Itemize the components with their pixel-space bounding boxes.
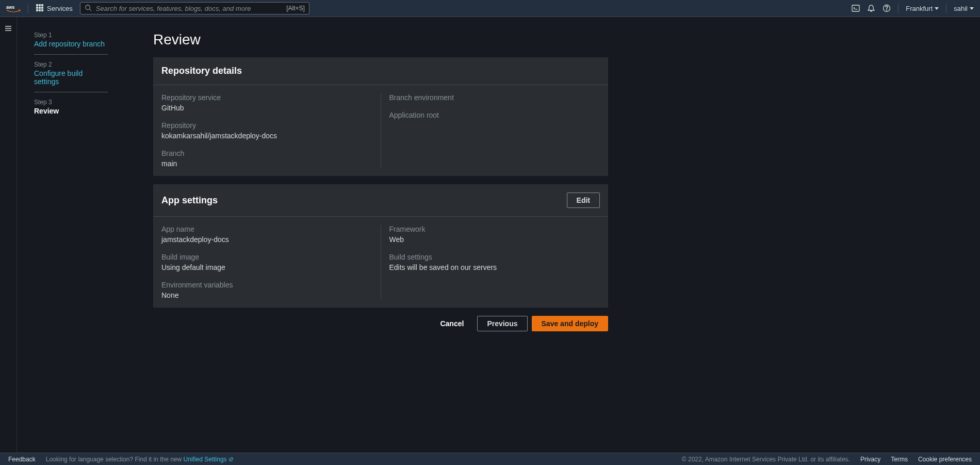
page: Review Repository details Repository ser… <box>153 31 608 453</box>
field-label: App name <box>161 225 372 233</box>
col-right: Branch environment Application root <box>381 93 600 168</box>
content: Step 1 Add repository branch Step 2 Conf… <box>17 17 980 453</box>
field-label: Environment variables <box>161 281 372 289</box>
region-label: Frankfurt <box>906 5 933 12</box>
step-1: Step 1 Add repository branch <box>34 31 108 55</box>
caret-down-icon <box>970 7 974 10</box>
panel-title: App settings <box>161 195 218 206</box>
svg-rect-2 <box>39 4 41 6</box>
privacy-link[interactable]: Privacy <box>860 456 880 463</box>
col-right: Framework Web Build settings Edits will … <box>381 225 600 299</box>
edit-button[interactable]: Edit <box>567 193 600 208</box>
field-value: kokamkarsahil/jamstackdeploy-docs <box>161 132 372 140</box>
previous-button[interactable]: Previous <box>477 316 527 331</box>
top-nav: aws Services [Alt+S] Frankfurt <box>0 0 980 17</box>
svg-rect-5 <box>39 7 41 9</box>
external-link-icon <box>228 457 234 462</box>
field-repo-service: Repository service GitHub <box>161 93 372 112</box>
app-settings-panel: App settings Edit App name jamstackdeplo… <box>153 184 608 308</box>
main-area: Step 1 Add repository branch Step 2 Conf… <box>0 17 980 453</box>
copyright: © 2022, Amazon Internet Services Private… <box>682 456 850 463</box>
wizard-actions: Cancel Previous Save and deploy <box>153 316 608 331</box>
divider <box>898 4 899 13</box>
panel-header: App settings Edit <box>153 184 608 217</box>
field-env-vars: Environment variables None <box>161 281 372 299</box>
panel-header: Repository details <box>153 57 608 85</box>
notifications-icon[interactable] <box>867 4 875 12</box>
step-number: Step 2 <box>34 61 108 68</box>
user-label: sahil <box>954 5 968 12</box>
svg-line-11 <box>89 9 91 11</box>
field-build-image: Build image Using default image <box>161 253 372 271</box>
grid-icon <box>36 4 44 13</box>
step-3: Step 3 Review <box>34 99 108 121</box>
field-value: Using default image <box>161 263 372 271</box>
feedback-link[interactable]: Feedback <box>8 456 36 463</box>
field-label: Branch environment <box>389 93 600 102</box>
step-number: Step 1 <box>34 31 108 39</box>
wizard-steps: Step 1 Add repository branch Step 2 Conf… <box>34 31 108 453</box>
svg-rect-1 <box>36 4 38 6</box>
cancel-button[interactable]: Cancel <box>431 316 473 331</box>
svg-rect-7 <box>36 9 38 11</box>
field-repository: Repository kokamkarsahil/jamstackdeploy-… <box>161 121 372 140</box>
cookie-preferences-link[interactable]: Cookie preferences <box>918 456 972 463</box>
svg-point-15 <box>886 10 887 11</box>
svg-rect-12 <box>852 5 859 11</box>
field-label: Repository service <box>161 93 372 102</box>
step-link-add-repo[interactable]: Add repository branch <box>34 40 108 48</box>
field-value: None <box>161 291 372 299</box>
col-left: Repository service GitHub Repository kok… <box>161 93 381 168</box>
svg-rect-9 <box>41 9 43 11</box>
step-current-review: Review <box>34 107 108 115</box>
help-icon[interactable] <box>883 4 891 12</box>
panel-body: App name jamstackdeploy-docs Build image… <box>153 217 608 308</box>
repository-details-panel: Repository details Repository service Gi… <box>153 57 608 176</box>
step-link-build-settings[interactable]: Configure build settings <box>34 69 108 86</box>
field-app-name: App name jamstackdeploy-docs <box>161 225 372 244</box>
region-selector[interactable]: Frankfurt <box>906 5 939 12</box>
language-hint: Looking for language selection? Find it … <box>46 456 234 463</box>
search-icon <box>85 4 92 13</box>
divider <box>28 4 28 13</box>
svg-rect-8 <box>39 9 41 11</box>
field-value: GitHub <box>161 104 372 112</box>
unified-settings-link[interactable]: Unified Settings <box>184 456 234 463</box>
caret-down-icon <box>935 7 939 10</box>
unified-settings-label: Unified Settings <box>184 456 227 463</box>
top-nav-left: aws Services [Alt+S] <box>6 2 309 14</box>
field-label: Build settings <box>389 253 600 261</box>
field-label: Branch <box>161 149 372 157</box>
save-deploy-button[interactable]: Save and deploy <box>532 316 608 331</box>
hamburger-icon[interactable] <box>4 24 12 453</box>
field-app-root: Application root <box>389 111 600 119</box>
search-shortcut: [Alt+S] <box>286 5 305 12</box>
top-nav-right: Frankfurt sahil <box>852 4 974 13</box>
field-label: Build image <box>161 253 372 261</box>
footer: Feedback Looking for language selection?… <box>0 453 980 465</box>
divider <box>946 4 946 13</box>
svg-point-10 <box>86 5 90 9</box>
field-build-settings: Build settings Edits will be saved on ou… <box>389 253 600 271</box>
services-button[interactable]: Services <box>36 4 73 13</box>
cloudshell-icon[interactable] <box>852 4 860 12</box>
aws-logo[interactable]: aws <box>6 3 21 13</box>
field-label: Application root <box>389 111 600 119</box>
search-box[interactable]: [Alt+S] <box>80 2 309 14</box>
svg-text:aws: aws <box>6 5 14 10</box>
search-input[interactable] <box>96 5 282 12</box>
step-number: Step 3 <box>34 99 108 106</box>
field-branch-env: Branch environment <box>389 93 600 102</box>
field-framework: Framework Web <box>389 225 600 244</box>
terms-link[interactable]: Terms <box>891 456 908 463</box>
user-menu[interactable]: sahil <box>954 5 974 12</box>
field-label: Framework <box>389 225 600 233</box>
services-label: Services <box>47 5 73 12</box>
footer-left: Feedback Looking for language selection?… <box>8 456 234 463</box>
svg-rect-6 <box>41 7 43 9</box>
panel-body: Repository service GitHub Repository kok… <box>153 85 608 176</box>
field-value: jamstackdeploy-docs <box>161 235 372 244</box>
language-hint-text: Looking for language selection? Find it … <box>46 456 184 463</box>
svg-rect-4 <box>36 7 38 9</box>
field-value: main <box>161 159 372 168</box>
